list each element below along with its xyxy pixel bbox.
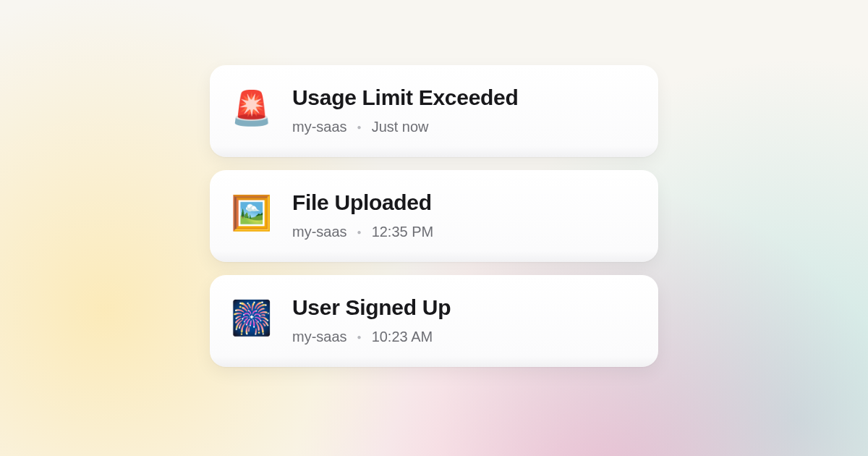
notification-card[interactable]: 🖼️ File Uploaded my-saas ● 12:35 PM — [210, 170, 658, 262]
meta-separator: ● — [357, 123, 362, 131]
notification-time: Just now — [372, 119, 429, 135]
picture-icon: 🖼️ — [231, 193, 271, 232]
notification-body: Usage Limit Exceeded my-saas ● Just now — [292, 85, 518, 135]
notification-source: my-saas — [292, 119, 347, 135]
meta-separator: ● — [357, 228, 362, 236]
notification-time: 10:23 AM — [372, 329, 433, 345]
notification-source: my-saas — [292, 224, 347, 240]
siren-icon: 🚨 — [231, 88, 271, 127]
notification-title: Usage Limit Exceeded — [292, 85, 518, 110]
notification-source: my-saas — [292, 329, 347, 345]
notification-list: 🚨 Usage Limit Exceeded my-saas ● Just no… — [210, 65, 658, 367]
notification-card[interactable]: 🚨 Usage Limit Exceeded my-saas ● Just no… — [210, 65, 658, 157]
notification-meta: my-saas ● 10:23 AM — [292, 329, 451, 345]
notification-body: User Signed Up my-saas ● 10:23 AM — [292, 295, 451, 345]
notification-title: User Signed Up — [292, 295, 451, 320]
notification-body: File Uploaded my-saas ● 12:35 PM — [292, 190, 433, 240]
notification-time: 12:35 PM — [372, 224, 434, 240]
notification-title: File Uploaded — [292, 190, 433, 215]
notification-card[interactable]: 🎆 User Signed Up my-saas ● 10:23 AM — [210, 275, 658, 367]
notification-meta: my-saas ● Just now — [292, 119, 518, 135]
notification-meta: my-saas ● 12:35 PM — [292, 224, 433, 240]
fireworks-icon: 🎆 — [231, 298, 271, 337]
meta-separator: ● — [357, 333, 362, 341]
